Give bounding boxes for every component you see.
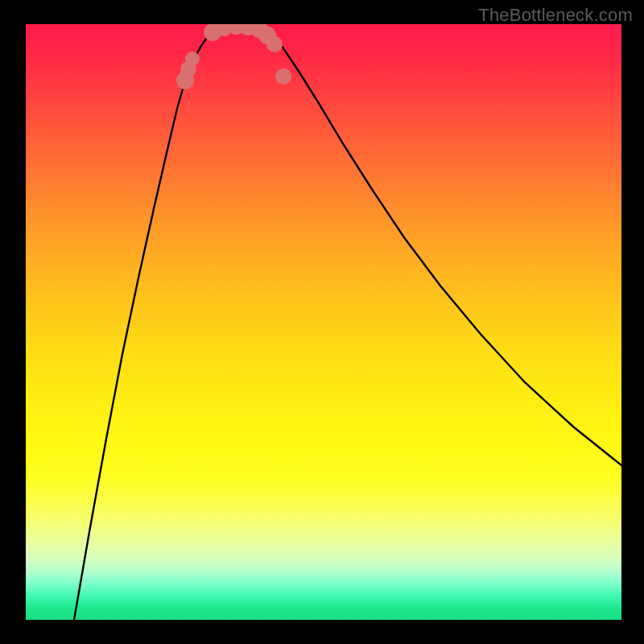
watermark-text: TheBottleneck.com <box>478 5 633 26</box>
chart-frame: TheBottleneck.com <box>0 0 644 644</box>
curve-right-branch <box>263 27 621 465</box>
highlight-dot <box>185 52 200 66</box>
curve-paths <box>74 25 621 621</box>
highlight-dots <box>176 24 291 89</box>
highlight-dot <box>275 68 291 85</box>
highlight-dot <box>266 36 283 52</box>
bottleneck-curve <box>26 24 621 620</box>
curve-left-branch <box>74 27 215 620</box>
plot-area <box>26 24 621 620</box>
